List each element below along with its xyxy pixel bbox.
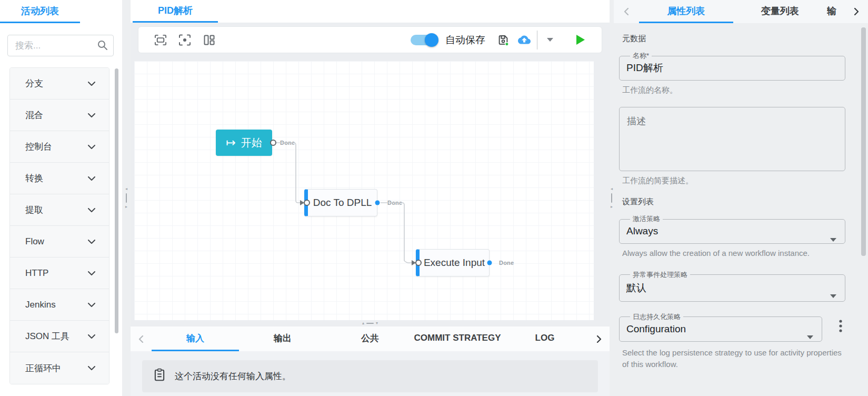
description-helper-text: 工作流的简要描述。 — [622, 175, 845, 187]
category-label: Flow — [25, 236, 44, 247]
category-loop[interactable]: 正循环中 — [10, 352, 109, 384]
exception-strategy-label: 异常事件处理策略 — [630, 270, 690, 280]
log-persistence-select[interactable]: 日志持久化策略 Configuration — [619, 312, 822, 342]
chevron-down-icon — [88, 111, 95, 120]
resize-grip — [366, 323, 374, 324]
kebab-icon[interactable] — [836, 318, 845, 336]
log-persistence-value: Configuration — [626, 323, 815, 335]
category-json-tools[interactable]: JSON 工具 — [10, 321, 109, 352]
category-jenkins[interactable]: Jenkins — [10, 289, 109, 321]
splitter-grip — [611, 193, 612, 203]
activity-sidebar: 活动列表 分支 混合 控制台 转换 提取 Flow — [0, 0, 122, 396]
category-label: 混合 — [25, 109, 43, 121]
activation-strategy-select[interactable]: 激活策略 Always — [619, 214, 845, 244]
run-icon[interactable] — [576, 35, 585, 45]
description-textarea[interactable] — [627, 115, 837, 163]
tab-workflow-pid[interactable]: PID解析 — [133, 0, 218, 23]
tab-input[interactable]: 输入 — [152, 326, 239, 351]
category-label: 转换 — [25, 172, 43, 184]
exception-strategy-select[interactable]: 异常事件处理策略 默认 — [619, 270, 845, 302]
node-doc-to-dpll[interactable]: Doc To DPLL — [304, 189, 377, 216]
category-label: 控制台 — [25, 141, 52, 153]
expand-right-icon: ▸ — [125, 205, 127, 209]
tabs-scroll-left-icon[interactable] — [131, 326, 152, 351]
start-node-icon: ↦ — [226, 137, 235, 148]
category-label: Jenkins — [25, 300, 56, 310]
log-persistence-helper: Select the log persistence strategy to u… — [622, 347, 845, 371]
sidebar-scrollbar[interactable] — [115, 68, 118, 333]
center-view-icon[interactable] — [178, 34, 191, 46]
resize-up-icon: ▴ — [362, 321, 364, 325]
resize-down-icon: ▾ — [376, 321, 378, 325]
properties-panel: 属性列表 变量列表 输 元数据 名称* 工作流的名称。 工作流的简要描述。 设置… — [614, 0, 868, 396]
tab-common[interactable]: 公共 — [326, 326, 414, 351]
panel-splitter[interactable]: ◂ ▸ — [610, 0, 614, 396]
node-execute-input[interactable]: Execute Input — [416, 249, 490, 276]
panel-resize-handle[interactable]: ▴ ▾ — [131, 320, 610, 326]
fit-view-icon[interactable] — [154, 34, 167, 46]
empty-note-icon — [153, 368, 166, 384]
node-label: Doc To DPLL — [313, 197, 372, 209]
tab-output[interactable]: 输出 — [239, 326, 326, 351]
name-field: 名称* — [619, 51, 845, 81]
activation-strategy-label: 激活策略 — [630, 214, 663, 224]
category-http[interactable]: HTTP — [10, 258, 109, 289]
layout-icon[interactable] — [203, 34, 215, 46]
properties-scrollbar[interactable] — [861, 27, 866, 256]
category-label: HTTP — [25, 268, 48, 279]
name-field-label: 名称* — [630, 51, 652, 61]
node-label: 开始 — [241, 136, 262, 150]
description-field — [619, 107, 845, 171]
detail-tab-content: 这个活动没有任何输入属性。 — [131, 351, 610, 396]
workflow-canvas[interactable]: ↦ 开始 Doc To DPLL Execute Input Done Done… — [134, 61, 594, 320]
category-transform[interactable]: 转换 — [10, 163, 109, 194]
tab-activity-list[interactable]: 活动列表 — [0, 0, 80, 23]
node-label: Execute Input — [424, 257, 485, 269]
tabs-scroll-right-icon[interactable] — [845, 0, 868, 23]
tabs-scroll-right-icon[interactable] — [588, 326, 610, 351]
category-flow[interactable]: Flow — [10, 226, 109, 258]
activation-strategy-helper: Always allow the creation of a new workf… — [622, 247, 845, 260]
tab-commit-strategy[interactable]: COMMIT STRATEGY — [414, 326, 501, 351]
category-branch[interactable]: 分支 — [10, 68, 109, 100]
save-icon[interactable] — [497, 34, 510, 46]
activity-search — [7, 35, 114, 56]
empty-input-notice: 这个活动没有任何输入属性。 — [142, 360, 598, 392]
properties-tabbar: 属性列表 变量列表 输 — [614, 0, 868, 23]
dropdown-caret-icon — [830, 234, 836, 244]
chevron-down-icon — [88, 142, 95, 152]
tab-property-list[interactable]: 属性列表 — [639, 0, 733, 23]
category-extract[interactable]: 提取 — [10, 194, 109, 226]
chevron-down-icon — [88, 332, 95, 341]
workflow-tabstrip: PID解析 — [131, 0, 610, 23]
activation-strategy-value: Always — [626, 225, 838, 237]
outcome-done-label: Done — [387, 200, 402, 206]
toolbar-divider — [537, 31, 537, 49]
tab-variable-list[interactable]: 变量列表 — [733, 0, 827, 23]
search-icon[interactable] — [97, 39, 108, 53]
category-label: 正循环中 — [25, 362, 61, 374]
run-options-caret[interactable] — [543, 35, 557, 45]
tabs-scroll-left-icon[interactable] — [614, 0, 639, 23]
autosave-toggle[interactable] — [411, 35, 438, 45]
tab-log[interactable]: LOG — [501, 326, 588, 351]
outcome-done-label: Done — [499, 260, 514, 266]
category-mixed[interactable]: 混合 — [10, 100, 109, 131]
sidebar-splitter[interactable]: ◂ ▸ — [122, 0, 131, 396]
exception-strategy-value: 默认 — [626, 281, 838, 295]
name-input[interactable] — [626, 62, 838, 74]
tab-io-list[interactable]: 输 — [827, 0, 845, 23]
detail-tabbar: 输入 输出 公共 COMMIT STRATEGY LOG — [131, 326, 610, 351]
activity-category-list: 分支 混合 控制台 转换 提取 Flow HTTP Jenkins — [9, 67, 109, 384]
dropdown-caret-icon — [807, 332, 813, 341]
upload-icon[interactable] — [518, 34, 531, 46]
toggle-knob — [425, 33, 438, 47]
log-persistence-row: 日志持久化策略 Configuration — [619, 312, 845, 342]
node-start[interactable]: ↦ 开始 — [216, 130, 272, 156]
dropdown-caret-icon — [830, 291, 836, 300]
properties-form: 元数据 名称* 工作流的名称。 工作流的简要描述。 设置列表 激活策略 Alwa… — [614, 23, 868, 396]
category-console[interactable]: 控制台 — [10, 131, 109, 163]
activity-detail-panel: 输入 输出 公共 COMMIT STRATEGY LOG 这个活动没有任 — [131, 326, 610, 396]
chevron-down-icon — [88, 79, 95, 88]
metadata-section-label: 元数据 — [622, 34, 845, 44]
